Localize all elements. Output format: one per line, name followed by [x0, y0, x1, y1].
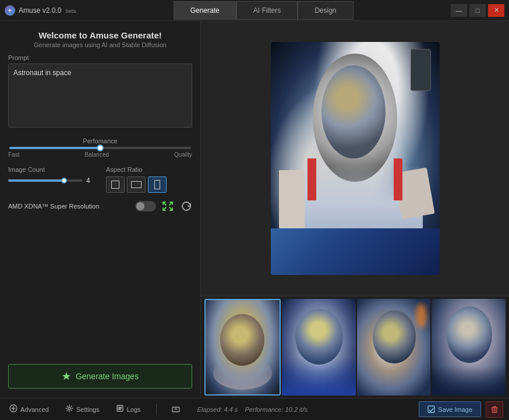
advanced-icon: [9, 404, 17, 414]
perf-balanced: Balanced: [84, 151, 109, 158]
status-right: Save Image: [419, 401, 503, 418]
advanced-label: Advanced: [20, 406, 49, 413]
generate-button-label: Generate Images: [76, 372, 139, 381]
performance-value: 10.2 it/s: [285, 406, 308, 413]
thumbnail-2[interactable]: [282, 299, 356, 396]
tab-design[interactable]: Design: [298, 1, 353, 20]
thumbnail-3[interactable]: [357, 299, 431, 396]
amd-toggle[interactable]: [135, 201, 156, 211]
count-fill: [8, 179, 64, 182]
count-value: 4: [86, 177, 94, 185]
refresh-icon[interactable]: [181, 201, 192, 211]
thumbnail-1[interactable]: [204, 299, 281, 396]
elapsed-label: Elapsed:: [197, 406, 222, 413]
welcome-subtitle: Generate images using AI and Stable Diff…: [8, 41, 192, 48]
status-bar: Advanced Settings Logs: [0, 398, 509, 420]
save-button-label: Save Image: [438, 406, 472, 413]
tab-ai-filters[interactable]: AI Filters: [236, 1, 298, 20]
logs-item[interactable]: Logs: [112, 402, 144, 417]
close-button[interactable]: ✕: [488, 4, 504, 17]
perf-quality: Quality: [174, 151, 192, 158]
performance-labels: Fast Balanced Quality: [8, 151, 192, 158]
aspect-square-button[interactable]: [106, 177, 125, 193]
image-info-item: [168, 403, 183, 416]
welcome-title: Welcome to Amuse Generate!: [8, 30, 192, 40]
logs-icon: [116, 404, 124, 414]
aspect-square-icon: [111, 181, 119, 189]
aspect-ratio-label: Aspect Ratio: [106, 166, 192, 173]
prompt-section: Prompt Astronaut in space: [8, 54, 192, 129]
performance-thumb: [97, 144, 104, 151]
performance-section: Perfomance Fast Balanced Quality: [8, 137, 192, 158]
title-bar: ✦ Amuse v2.0.0 beta Generate AI Filters …: [0, 0, 509, 21]
main-content: Welcome to Amuse Generate! Generate imag…: [0, 21, 509, 398]
performance-fill: [9, 147, 100, 149]
svg-rect-4: [428, 406, 434, 412]
count-track: [8, 179, 83, 182]
left-panel: Welcome to Amuse Generate! Generate imag…: [0, 21, 201, 398]
elapsed-value: 4.4 s: [224, 406, 238, 413]
main-image-area: [201, 21, 509, 296]
thumbnail-4[interactable]: [432, 299, 506, 396]
prompt-input[interactable]: Astronaut in space: [8, 63, 192, 128]
amd-row: AMD XDNA™ Super Resolution: [8, 201, 192, 211]
shuffle-icon[interactable]: [162, 201, 174, 211]
image-info-icon: [172, 405, 180, 414]
count-thumb: [61, 178, 67, 183]
image-count-label: Image Count: [8, 166, 94, 173]
advanced-item[interactable]: Advanced: [6, 402, 52, 417]
window-controls: — □ ✕: [451, 4, 504, 17]
tab-generate[interactable]: Generate: [174, 1, 236, 20]
logs-label: Logs: [127, 406, 141, 413]
settings-item[interactable]: Settings: [62, 402, 103, 417]
main-generated-image[interactable]: [271, 42, 440, 275]
svg-point-1: [68, 407, 70, 410]
thumbnail-strip: [201, 296, 509, 398]
settings-icon: [65, 404, 73, 414]
amd-label: AMD XDNA™ Super Resolution: [8, 203, 100, 210]
save-image-button[interactable]: Save Image: [419, 401, 481, 417]
title-bar-left: ✦ Amuse v2.0.0 beta: [5, 5, 76, 16]
performance-label: Perfomance: [8, 137, 192, 144]
count-slider-row: 4: [8, 177, 94, 185]
nav-tabs: Generate AI Filters Design: [174, 1, 354, 20]
performance-slider-container: [8, 147, 192, 149]
delete-icon: [490, 405, 499, 414]
welcome-section: Welcome to Amuse Generate! Generate imag…: [8, 30, 192, 48]
perf-fast: Fast: [8, 151, 19, 158]
toggle-knob: [136, 202, 144, 210]
app-icon: ✦: [5, 5, 15, 16]
settings-label: Settings: [76, 406, 100, 413]
performance-label: Performance:: [245, 406, 284, 413]
generate-button[interactable]: Generate Images: [8, 364, 192, 389]
delete-image-button[interactable]: [486, 401, 503, 418]
status-left: Advanced Settings Logs: [6, 402, 307, 417]
action-icons: [162, 201, 192, 211]
prompt-label: Prompt: [8, 54, 192, 61]
aspect-ratio-section: Aspect Ratio: [106, 166, 192, 193]
image-count-section: Image Count 4: [8, 166, 94, 185]
generate-icon: [62, 372, 71, 381]
performance-track: [9, 147, 191, 149]
maximize-button[interactable]: □: [469, 4, 486, 17]
count-aspect-row: Image Count 4 Aspect Ratio: [8, 166, 192, 193]
app-title: Amuse v2.0.0 beta: [19, 6, 76, 15]
save-icon: [427, 405, 435, 413]
aspect-wide-icon: [131, 181, 142, 188]
elapsed-info: Elapsed: 4.4 s Performance: 10.2 it/s: [197, 406, 308, 413]
aspect-wide-button[interactable]: [127, 177, 146, 193]
right-panel: [201, 21, 509, 398]
status-divider: [156, 404, 157, 415]
aspect-tall-icon: [154, 180, 160, 189]
minimize-button[interactable]: —: [451, 4, 467, 17]
aspect-tall-button[interactable]: [148, 177, 167, 193]
aspect-ratio-buttons: [106, 177, 192, 193]
